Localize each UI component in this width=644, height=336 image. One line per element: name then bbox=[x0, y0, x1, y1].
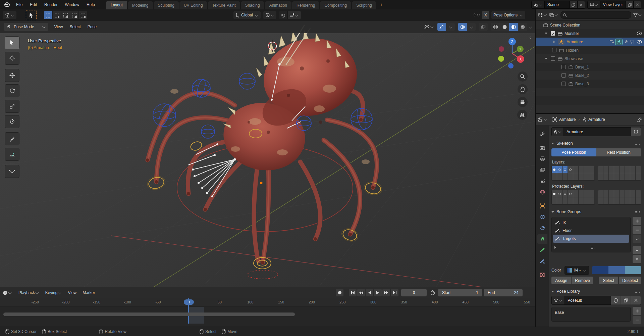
layer-cell[interactable] bbox=[614, 190, 620, 197]
menu-item[interactable]: Help bbox=[83, 0, 99, 9]
sidebar-collapse-arrow[interactable] bbox=[529, 36, 533, 41]
layer-cell[interactable] bbox=[568, 166, 573, 173]
layer-cell[interactable] bbox=[620, 197, 625, 204]
gizmos-dropdown[interactable] bbox=[446, 23, 455, 31]
select-mode-set[interactable] bbox=[44, 11, 53, 19]
play-reverse-button[interactable] bbox=[366, 289, 373, 296]
workspace-tab[interactable]: Animation bbox=[265, 1, 291, 9]
shading-wireframe-button[interactable] bbox=[491, 23, 500, 31]
workspace-tab[interactable]: Layout bbox=[106, 1, 127, 9]
select-mode-extend[interactable] bbox=[53, 11, 61, 19]
shading-solid-button[interactable] bbox=[500, 23, 509, 31]
outliner-search[interactable] bbox=[560, 11, 631, 19]
pivot-point-dropdown[interactable] bbox=[263, 11, 276, 19]
layer-cell[interactable] bbox=[614, 173, 620, 180]
layer-cell[interactable] bbox=[620, 173, 625, 180]
assign-button[interactable]: Assign bbox=[551, 277, 571, 284]
list-filter-expand[interactable] bbox=[554, 246, 556, 249]
layer-cell[interactable] bbox=[552, 197, 557, 204]
current-frame-field[interactable]: 0 bbox=[401, 289, 427, 296]
pose-options-dropdown[interactable]: Pose Options bbox=[491, 11, 525, 19]
outliner-row-showcase[interactable]: Showcase bbox=[536, 54, 644, 63]
collection-checkbox-showcase[interactable] bbox=[551, 56, 555, 61]
auto-keying-record-button[interactable] bbox=[336, 289, 343, 296]
layer-cell[interactable] bbox=[625, 190, 630, 197]
tool-transform[interactable] bbox=[5, 115, 19, 128]
overlays-toggle[interactable] bbox=[458, 23, 467, 31]
layer-cell[interactable] bbox=[614, 166, 620, 173]
outliner-display-mode-button[interactable] bbox=[549, 13, 558, 17]
layer-cell[interactable] bbox=[636, 197, 641, 204]
tool-annotate[interactable] bbox=[5, 132, 19, 145]
tab-output[interactable] bbox=[537, 154, 547, 163]
workspace-tab[interactable]: Shading bbox=[241, 1, 264, 9]
outliner-row-scene-collection[interactable]: Scene Collection bbox=[536, 21, 644, 29]
layer-cell[interactable] bbox=[552, 166, 557, 173]
layer-cell[interactable] bbox=[630, 173, 636, 180]
outliner-row-armature[interactable]: Armature bbox=[536, 38, 644, 46]
root-foot-circle[interactable] bbox=[248, 270, 278, 279]
expand-icon[interactable] bbox=[553, 41, 555, 43]
scene-unlink-button[interactable] bbox=[577, 1, 585, 8]
mode-dropdown[interactable]: Pose Mode bbox=[4, 23, 48, 31]
viewport-3d[interactable]: Z Y X Pose Mode View Select Pose bbox=[0, 21, 535, 287]
layer-cell[interactable] bbox=[589, 197, 595, 204]
pose-lib-copy-button[interactable] bbox=[621, 296, 631, 305]
select-mode-subtract[interactable] bbox=[61, 11, 70, 19]
tab-armature-data[interactable] bbox=[537, 234, 547, 244]
eye-icon[interactable] bbox=[637, 40, 642, 44]
timeline-menu-view[interactable]: View bbox=[65, 290, 79, 295]
editor-type-button[interactable] bbox=[3, 11, 16, 19]
layer-cell[interactable] bbox=[620, 166, 625, 173]
breadcrumb-object[interactable]: Armature bbox=[559, 117, 576, 122]
gizmos-toggle[interactable] bbox=[437, 23, 446, 31]
zoom-button[interactable] bbox=[518, 71, 528, 82]
layer-cell[interactable] bbox=[573, 166, 579, 173]
collection-checkbox-base-1[interactable] bbox=[561, 65, 566, 69]
tab-world[interactable] bbox=[537, 187, 547, 197]
bone-group-item[interactable]: Floor bbox=[553, 227, 629, 235]
menu-item[interactable]: Window bbox=[61, 0, 83, 9]
scene-copy-button[interactable] bbox=[570, 1, 577, 8]
move-group-down-button[interactable] bbox=[633, 255, 641, 263]
pose-item-base[interactable]: Base bbox=[553, 308, 629, 317]
layer-cell[interactable] bbox=[584, 166, 589, 173]
remove-bone-group-button[interactable] bbox=[633, 226, 641, 234]
pan-button[interactable] bbox=[518, 84, 528, 94]
add-bone-group-button[interactable] bbox=[633, 217, 641, 225]
layer-cell[interactable] bbox=[589, 166, 595, 173]
layer-cell[interactable] bbox=[568, 197, 573, 204]
view-layer-remove-button[interactable] bbox=[633, 1, 641, 8]
viewport-menu-pose[interactable]: Pose bbox=[84, 25, 100, 29]
swatch-active[interactable] bbox=[625, 266, 641, 274]
panel-grip[interactable] bbox=[635, 211, 640, 213]
layer-cell[interactable] bbox=[557, 166, 562, 173]
tab-scene[interactable] bbox=[537, 176, 547, 186]
snap-toggle[interactable] bbox=[279, 11, 287, 19]
bone-groups-panel-header[interactable]: Bone Groups bbox=[551, 207, 641, 216]
panel-grip[interactable] bbox=[635, 142, 640, 145]
layer-cell[interactable] bbox=[573, 190, 579, 197]
layer-cell[interactable] bbox=[573, 197, 579, 204]
layer-cell[interactable] bbox=[625, 197, 630, 204]
camera-view-button[interactable] bbox=[518, 97, 528, 107]
layer-cell[interactable] bbox=[603, 173, 609, 180]
jump-to-start-button[interactable] bbox=[349, 289, 357, 296]
layer-cell[interactable] bbox=[598, 173, 603, 180]
layer-cell[interactable] bbox=[609, 166, 614, 173]
tab-bone-constraints[interactable] bbox=[537, 256, 547, 266]
layer-cell[interactable] bbox=[603, 197, 609, 204]
remove-button[interactable]: Remove bbox=[572, 277, 593, 284]
layer-cell[interactable] bbox=[584, 197, 589, 204]
layer-cell[interactable] bbox=[562, 190, 568, 197]
fake-user-shield-button[interactable] bbox=[631, 127, 641, 136]
layer-cell[interactable] bbox=[636, 166, 641, 173]
workspace-tab[interactable]: Compositing bbox=[320, 1, 351, 9]
layer-cell[interactable] bbox=[589, 173, 595, 180]
pin-icon[interactable] bbox=[637, 117, 642, 122]
tab-texture[interactable] bbox=[537, 270, 547, 280]
playhead[interactable] bbox=[188, 298, 189, 324]
overlays-dropdown[interactable] bbox=[467, 23, 476, 31]
select-button[interactable]: Select bbox=[599, 277, 618, 284]
layer-cell[interactable] bbox=[625, 173, 630, 180]
